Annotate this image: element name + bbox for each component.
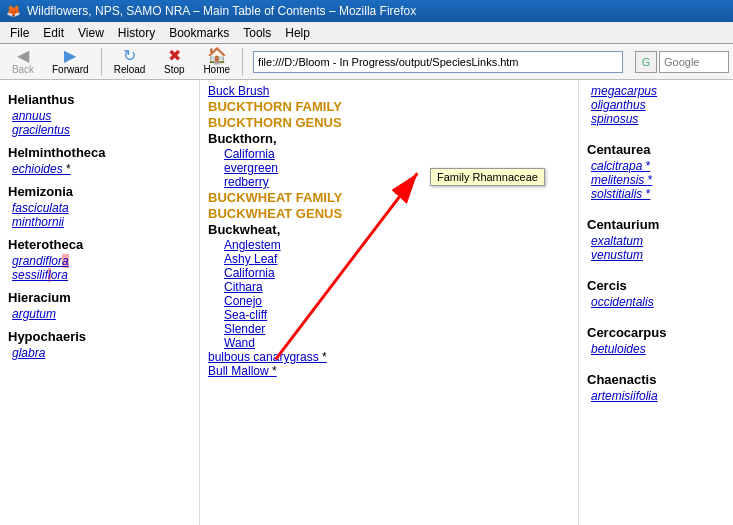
tooltip-family: Family Rhamnaceae — [430, 168, 545, 186]
menu-help[interactable]: Help — [279, 24, 316, 42]
link-sea-cliff[interactable]: Sea-cliff — [208, 308, 570, 322]
species-gracilentus[interactable]: gracilentus — [8, 123, 191, 137]
address-bar — [253, 50, 623, 74]
buckthorn-common: Buckthorn, — [208, 131, 570, 146]
link-venustum[interactable]: venustum — [587, 248, 725, 262]
stop-button[interactable]: ✖ Stop — [155, 46, 193, 77]
menu-bar: File Edit View History Bookmarks Tools H… — [0, 22, 733, 44]
link-cithara[interactable]: Cithara — [208, 280, 570, 294]
genus-cercocarpus: Cercocarpus — [587, 325, 725, 340]
species-sessiliflora[interactable]: sessiliflora — [8, 268, 191, 282]
right-column: megacarpus oliganthus spinosus Centaurea… — [578, 80, 733, 525]
address-input[interactable] — [253, 51, 623, 73]
genus-hieracium: Hieracium — [8, 290, 191, 305]
reload-icon: ↻ — [123, 48, 136, 64]
link-anglestem[interactable]: Anglestem — [208, 238, 570, 252]
link-buck-brush[interactable]: Buck Brush — [208, 84, 570, 98]
link-exaltatum[interactable]: exaltatum — [587, 234, 725, 248]
link-california-buckwheat[interactable]: California — [208, 266, 570, 280]
genus-helminthotheca: Helminthotheca — [8, 145, 191, 160]
content-area: Helianthus annuus gracilentus Helminthot… — [0, 80, 733, 525]
stop-icon: ✖ — [168, 48, 181, 64]
window-title: Wildflowers, NPS, SAMO NRA – Main Table … — [27, 4, 416, 18]
back-icon: ◀ — [17, 48, 29, 64]
link-conejo[interactable]: Conejo — [208, 294, 570, 308]
link-wand[interactable]: Wand — [208, 336, 570, 350]
link-melitensis[interactable]: melitensis * — [587, 173, 725, 187]
menu-history[interactable]: History — [112, 24, 161, 42]
menu-bookmarks[interactable]: Bookmarks — [163, 24, 235, 42]
buckwheat-genus[interactable]: BUCKWHEAT GENUS — [208, 206, 570, 221]
link-occidentalis[interactable]: occidentalis — [587, 295, 725, 309]
menu-edit[interactable]: Edit — [37, 24, 70, 42]
species-minthornii[interactable]: minthornii — [8, 215, 191, 229]
genus-heterotheca: Heterotheca — [8, 237, 191, 252]
link-bull-mallow[interactable]: Bull Mallow * — [208, 364, 570, 378]
link-spinosus[interactable]: spinosus — [587, 112, 725, 126]
species-grandiflora[interactable]: grandiflora — [8, 254, 191, 268]
species-annuus[interactable]: annuus — [8, 109, 191, 123]
reload-button[interactable]: ↻ Reload — [108, 46, 152, 77]
home-button[interactable]: 🏠 Home — [197, 46, 236, 77]
firefox-icon: 🦊 — [6, 4, 21, 18]
toolbar-sep-1 — [101, 48, 102, 76]
home-icon: 🏠 — [207, 48, 227, 64]
search-input[interactable] — [659, 51, 729, 73]
link-bulbous-canarygrass[interactable]: bulbous canarygrass * — [208, 350, 570, 364]
link-slender[interactable]: Slender — [208, 322, 570, 336]
mid-column: Family Rhamnaceae Buck Brush BUCKTHORN F… — [200, 80, 578, 525]
link-megacarpus[interactable]: megacarpus — [587, 84, 725, 98]
toolbar-sep-2 — [242, 48, 243, 76]
forward-icon: ▶ — [64, 48, 76, 64]
genus-centaurium: Centaurium — [587, 217, 725, 232]
species-fasciculata[interactable]: fasciculata — [8, 201, 191, 215]
link-artemisiifolia[interactable]: artemisiifolia — [587, 389, 725, 403]
link-betuloides[interactable]: betuloides — [587, 342, 725, 356]
genus-cercis: Cercis — [587, 278, 725, 293]
menu-view[interactable]: View — [72, 24, 110, 42]
link-solstitialis[interactable]: solstitialis * — [587, 187, 725, 201]
menu-file[interactable]: File — [4, 24, 35, 42]
genus-chaenactis: Chaenactis — [587, 372, 725, 387]
google-icon: G — [642, 56, 651, 68]
toolbar: ◀ Back ▶ Forward ↻ Reload ✖ Stop 🏠 Home … — [0, 44, 733, 80]
search-icon-box[interactable]: G — [635, 51, 657, 73]
species-argutum[interactable]: argutum — [8, 307, 191, 321]
forward-button[interactable]: ▶ Forward — [46, 46, 95, 77]
genus-hypochaeris: Hypochaeris — [8, 329, 191, 344]
back-button[interactable]: ◀ Back — [4, 46, 42, 77]
link-calcitrapa[interactable]: calcitrapa * — [587, 159, 725, 173]
menu-tools[interactable]: Tools — [237, 24, 277, 42]
species-glabra[interactable]: glabra — [8, 346, 191, 360]
buckthorn-genus[interactable]: BUCKTHORN GENUS — [208, 115, 570, 130]
buckwheat-common: Buckwheat, — [208, 222, 570, 237]
link-california-buckthorn[interactable]: California — [208, 147, 570, 161]
left-column: Helianthus annuus gracilentus Helminthot… — [0, 80, 200, 525]
genus-hemizonia: Hemizonia — [8, 184, 191, 199]
link-oliganthus[interactable]: oliganthus — [587, 98, 725, 112]
buckthorn-family[interactable]: BUCKTHORN FAMILY — [208, 99, 570, 114]
genus-helianthus: Helianthus — [8, 92, 191, 107]
title-bar: 🦊 Wildflowers, NPS, SAMO NRA – Main Tabl… — [0, 0, 733, 22]
search-area: G — [635, 51, 729, 73]
buckwheat-family[interactable]: BUCKWHEAT FAMILY — [208, 190, 570, 205]
genus-centaurea: Centaurea — [587, 142, 725, 157]
link-ashy-leaf[interactable]: Ashy Leaf — [208, 252, 570, 266]
species-echioides[interactable]: echioides * — [8, 162, 191, 176]
